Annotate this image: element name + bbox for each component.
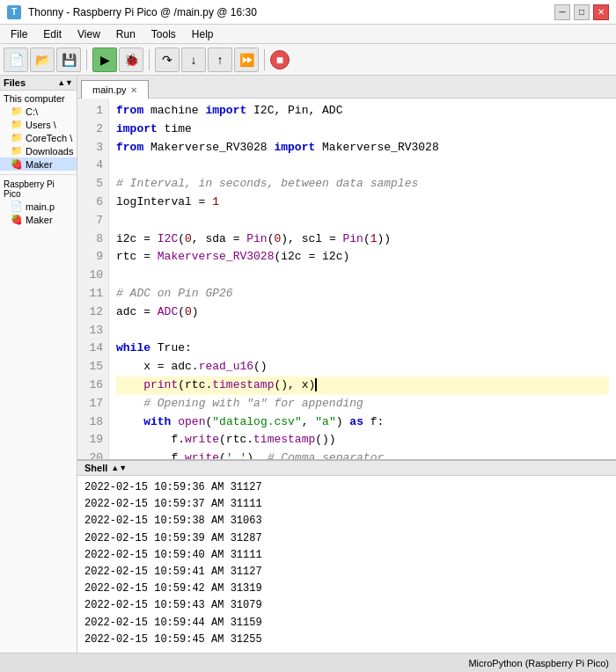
shell-content: 2022-02-15 10:59:36 AM 311272022-02-15 1… (77, 476, 616, 653)
title-bar-left: T Thonny - Raspberry Pi Pico @ /main.py … (7, 5, 257, 19)
line-number: 19 (83, 431, 103, 449)
code-line: with open("datalog.csv", "a") as f: (116, 413, 609, 432)
line-number: 8 (83, 230, 103, 249)
file-panel-title: Files (4, 77, 26, 88)
tree-this-computer[interactable]: This computer (0, 92, 77, 105)
folder-icon: 📁 (11, 119, 23, 130)
shell-line: 2022-02-15 10:59:37 AM 31111 (84, 496, 609, 513)
shell-line: 2022-02-15 10:59:39 AM 31287 (84, 530, 609, 547)
code-line: while True: (116, 340, 609, 358)
tab-main-py-label: main.py (92, 84, 127, 95)
line-number: 5 (83, 175, 103, 194)
menu-item-run[interactable]: Run (109, 26, 143, 42)
main-layout: Files ▲▼ This computer 📁 C:\ 📁 Users \ 📁… (0, 76, 616, 653)
editor-area: main.py ✕ 123456789101112131415161718192… (77, 76, 616, 653)
downloads-label: Downloads (26, 146, 73, 157)
menu-item-help[interactable]: Help (185, 26, 221, 42)
app-icon: T (7, 5, 21, 19)
code-line: logInterval = 1 (116, 194, 609, 212)
step-over-button[interactable]: ↷ (155, 47, 180, 72)
title-bar: T Thonny - Raspberry Pi Pico @ /main.py … (0, 0, 616, 25)
line-number: 14 (83, 340, 103, 358)
save-button[interactable]: 💾 (56, 47, 81, 72)
tree-c-drive[interactable]: 📁 C:\ (0, 105, 77, 118)
users-label: Users \ (26, 120, 56, 130)
code-line: x = adc.read_u16() (116, 358, 609, 376)
code-line: import time (116, 121, 609, 139)
shell-line: 2022-02-15 10:59:36 AM 31127 (84, 479, 609, 496)
menu-bar: FileEditViewRunToolsHelp (0, 25, 616, 44)
toolbar-separator (86, 49, 87, 70)
tree-coretech[interactable]: 📁 CoreTech \ (0, 131, 77, 144)
minimize-button[interactable]: ─ (554, 4, 570, 20)
tab-close-icon[interactable]: ✕ (130, 85, 137, 95)
folder-icon: 📁 (11, 145, 23, 157)
line-number: 17 (83, 395, 103, 413)
menu-item-view[interactable]: View (70, 26, 107, 42)
text-cursor (315, 378, 317, 391)
rpi-pico-label: Raspberry Pi Pico (4, 179, 73, 199)
shell-line: 2022-02-15 10:59:45 AM 31255 (84, 632, 609, 648)
shell-header: Shell ▲▼ (77, 461, 616, 476)
tree-users[interactable]: 📁 Users \ (0, 118, 77, 131)
toolbar: 📄📂💾▶🐞↷↓↑⏩■ (0, 44, 616, 76)
toolbar-separator (149, 49, 150, 70)
code-content: from machine import I2C, Pin, ADCimport … (109, 99, 616, 459)
this-computer-label: This computer (4, 93, 65, 104)
line-number: 11 (83, 285, 103, 303)
coretech-label: CoreTech \ (26, 133, 72, 143)
code-line: i2c = I2C(0, sda = Pin(0), scl = Pin(1)) (116, 230, 609, 249)
line-number: 9 (83, 248, 103, 267)
debug-button[interactable]: 🐞 (119, 47, 143, 72)
maker2-icon: 🍓 (11, 214, 23, 225)
tab-main-py[interactable]: main.py ✕ (81, 80, 149, 99)
step-into-button[interactable]: ↓ (181, 47, 206, 72)
line-number: 13 (83, 322, 103, 340)
new-button[interactable]: 📄 (4, 47, 28, 72)
menu-item-file[interactable]: File (4, 26, 34, 42)
tree-maker2[interactable]: 🍓 Maker (0, 213, 77, 226)
shell-line: 2022-02-15 10:59:40 AM 31111 (84, 547, 609, 564)
run-button[interactable]: ▶ (92, 47, 117, 72)
file-panel-arrows: ▲▼ (57, 78, 73, 87)
close-button[interactable]: ✕ (593, 4, 609, 20)
code-line: from machine import I2C, Pin, ADC (116, 102, 609, 121)
open-button[interactable]: 📂 (30, 47, 55, 72)
resume-button[interactable]: ⏩ (234, 47, 259, 72)
file-icon: 📄 (11, 201, 23, 212)
tab-bar: main.py ✕ (77, 76, 616, 99)
code-line: rtc = Makerverse_RV3028(i2c = i2c) (116, 248, 609, 267)
stop-button[interactable]: ■ (270, 50, 290, 69)
code-line: from Makerverse_RV3028 import Makerverse… (116, 139, 609, 157)
shell-arrows: ▲▼ (111, 464, 127, 472)
c-drive-label: C:\ (26, 106, 38, 117)
tree-rpi-pico[interactable]: Raspberry Pi Pico (0, 179, 77, 200)
line-numbers: 1234567891011121314151617181920212223 (77, 99, 109, 459)
tree-downloads[interactable]: 📁 Downloads (0, 144, 77, 157)
code-line (116, 212, 609, 230)
maker-icon: 🍓 (11, 158, 23, 170)
tree-main-py[interactable]: 📄 main.p (0, 200, 77, 213)
maximize-button[interactable]: □ (574, 4, 590, 20)
code-line: # Interval, in seconds, between data sam… (116, 175, 609, 194)
menu-item-edit[interactable]: Edit (36, 26, 69, 42)
menu-item-tools[interactable]: Tools (144, 26, 183, 42)
step-out-button[interactable]: ↑ (208, 47, 232, 72)
title-controls: ─ □ ✕ (554, 4, 609, 20)
code-line: f.write(',') # Comma separator (116, 449, 609, 459)
maker2-label: Maker (26, 215, 53, 225)
code-editor[interactable]: 1234567891011121314151617181920212223 fr… (77, 99, 616, 459)
editor-shell-container: 1234567891011121314151617181920212223 fr… (77, 99, 616, 653)
shell-line: 2022-02-15 10:59:44 AM 31159 (84, 615, 609, 632)
status-bar: MicroPython (Raspberry Pi Pico) (0, 653, 616, 672)
tree-maker[interactable]: 🍓 Maker (0, 157, 77, 171)
shell-line: 2022-02-15 10:59:43 AM 31079 (84, 597, 609, 614)
code-line (116, 157, 609, 175)
code-line (116, 267, 609, 285)
tree-separator (0, 174, 77, 175)
file-panel-header: Files ▲▼ (0, 76, 77, 91)
file-panel: Files ▲▼ This computer 📁 C:\ 📁 Users \ 📁… (0, 76, 77, 653)
shell-line: 2022-02-15 10:59:42 AM 31319 (84, 581, 609, 597)
main-py-label: main.p (26, 201, 55, 212)
shell-title: Shell (84, 463, 107, 473)
